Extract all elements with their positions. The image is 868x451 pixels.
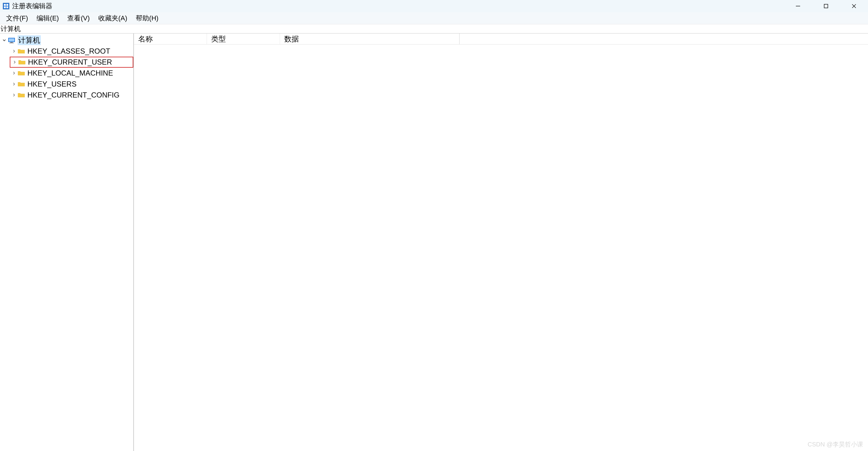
svg-rect-3: [4, 6, 6, 8]
column-header-data[interactable]: 数据: [280, 33, 460, 44]
tree-label: HKEY_CURRENT_USER: [28, 58, 112, 66]
list-header: 名称 类型 数据: [134, 33, 868, 45]
menu-favorites[interactable]: 收藏夹(A): [94, 12, 131, 24]
svg-rect-11: [10, 42, 13, 43]
chevron-right-icon[interactable]: [11, 60, 18, 64]
svg-rect-6: [824, 4, 828, 8]
app-icon: [2, 2, 10, 10]
folder-icon: [17, 70, 26, 77]
chevron-right-icon[interactable]: [11, 82, 17, 86]
window-controls: [784, 0, 868, 12]
maximize-button[interactable]: [812, 0, 840, 12]
watermark: CSDN @李昊哲小课: [807, 440, 863, 449]
addressbar-path: 计算机: [1, 24, 21, 33]
tree-node-hkey-current-config[interactable]: HKEY_CURRENT_CONFIG: [0, 90, 133, 101]
svg-rect-4: [6, 6, 8, 8]
folder-icon: [17, 81, 26, 87]
column-header-type[interactable]: 类型: [207, 33, 280, 44]
chevron-right-icon[interactable]: [11, 71, 17, 75]
column-header-name[interactable]: 名称: [134, 33, 207, 44]
chevron-down-icon[interactable]: [1, 38, 7, 43]
window-title: 注册表编辑器: [12, 2, 52, 11]
tree-label: HKEY_CURRENT_CONFIG: [27, 91, 120, 100]
folder-icon: [18, 59, 26, 65]
tree-label: 计算机: [18, 35, 41, 45]
tree-node-hkey-local-machine[interactable]: HKEY_LOCAL_MACHINE: [0, 68, 133, 79]
svg-rect-1: [4, 4, 6, 6]
computer-icon: [7, 37, 16, 44]
menubar: 文件(F) 编辑(E) 查看(V) 收藏夹(A) 帮助(H): [0, 12, 868, 24]
tree-node-hkey-current-user[interactable]: HKEY_CURRENT_USER: [10, 57, 133, 68]
tree-label: HKEY_LOCAL_MACHINE: [27, 69, 113, 77]
chevron-right-icon[interactable]: [11, 93, 17, 97]
addressbar[interactable]: 计算机: [0, 24, 868, 33]
tree-label: HKEY_CLASSES_ROOT: [27, 47, 110, 55]
svg-rect-2: [6, 4, 8, 6]
minimize-button[interactable]: [784, 0, 812, 12]
svg-rect-12: [9, 43, 14, 43]
menu-view[interactable]: 查看(V): [63, 12, 94, 24]
menu-edit[interactable]: 编辑(E): [32, 12, 63, 24]
folder-icon: [17, 48, 26, 55]
menu-file[interactable]: 文件(F): [2, 12, 32, 24]
tree-node-hkey-users[interactable]: HKEY_USERS: [0, 79, 133, 90]
list-panel[interactable]: 名称 类型 数据: [134, 33, 868, 451]
tree-panel[interactable]: 计算机 HKEY_CLASSES_ROOT: [0, 33, 134, 451]
titlebar: 注册表编辑器: [0, 0, 868, 12]
main-content: 计算机 HKEY_CLASSES_ROOT: [0, 33, 868, 451]
menu-help[interactable]: 帮助(H): [131, 12, 163, 24]
tree-label: HKEY_USERS: [27, 80, 76, 88]
svg-rect-10: [9, 38, 14, 41]
chevron-right-icon[interactable]: [11, 49, 17, 53]
tree-node-hkey-classes-root[interactable]: HKEY_CLASSES_ROOT: [0, 46, 133, 57]
tree-node-computer[interactable]: 计算机: [0, 35, 133, 46]
folder-icon: [17, 92, 26, 98]
close-button[interactable]: [840, 0, 868, 12]
